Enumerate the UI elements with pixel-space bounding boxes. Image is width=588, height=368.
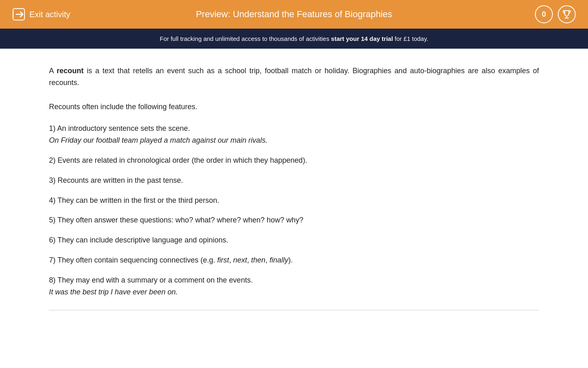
feature-item-4: 4) They can be written in the first or t… <box>49 195 539 206</box>
feature-8-content: They may end with a summary or a comment… <box>56 276 253 284</box>
feature-item-2: 2) Events are related in chronological o… <box>49 155 539 166</box>
feature-1-content: An introductory sentence sets the scene. <box>56 124 190 132</box>
feature-2-number: 2) <box>49 156 56 164</box>
feature-5-text: 5) They often answer these questions: wh… <box>49 214 539 226</box>
feature-7-comma1: , <box>229 256 233 264</box>
feature-1-italic: On Friday our football team played a mat… <box>49 135 539 146</box>
feature-5-content: They often answer these questions: who? … <box>56 216 303 224</box>
intro-bold-word: recount <box>57 67 84 75</box>
feature-7-number: 7) <box>49 256 56 264</box>
feature-6-content: They can include descriptive language an… <box>56 236 228 244</box>
feature-7-text: 7) They often contain sequencing connect… <box>49 254 539 266</box>
header-right: 0 <box>535 5 576 23</box>
feature-8-italic: It was the best trip I have ever been on… <box>49 286 539 298</box>
feature-item-5: 5) They often answer these questions: wh… <box>49 214 539 226</box>
intro-suffix: is a text that retells an event such as … <box>49 67 539 87</box>
feature-7-comma3: , <box>265 256 270 264</box>
feature-item-3: 3) Recounts are written in the past tens… <box>49 175 539 186</box>
intro-prefix: A <box>49 67 57 75</box>
feature-7-comma2: , <box>247 256 251 264</box>
feature-4-content: They can be written in the first or the … <box>56 196 219 204</box>
main-content: A recount is a text that retells an even… <box>0 49 588 327</box>
trophy-icon[interactable] <box>558 5 576 23</box>
feature-8-number: 8) <box>49 276 56 284</box>
feature-6-number: 6) <box>49 236 56 244</box>
banner-text-bold: start your 14 day trial <box>331 35 393 42</box>
promo-banner: For full tracking and unlimited access t… <box>0 29 588 49</box>
feature-4-text: 4) They can be written in the first or t… <box>49 195 539 206</box>
feature-7-close: ). <box>288 256 293 264</box>
feature-7-content: They often contain sequencing connective… <box>56 256 217 264</box>
feature-item-1: 1) An introductory sentence sets the sce… <box>49 123 539 146</box>
banner-text-before: For full tracking and unlimited access t… <box>160 35 331 42</box>
feature-6-text: 6) They can include descriptive language… <box>49 234 539 246</box>
feature-7-italic-next: next <box>233 256 247 264</box>
feature-7-italic-inline: first <box>217 256 229 264</box>
exit-label: Exit activity <box>29 10 70 19</box>
feature-5-number: 5) <box>49 216 56 224</box>
features-intro: Recounts often include the following fea… <box>49 101 539 113</box>
feature-item-6: 6) They can include descriptive language… <box>49 234 539 246</box>
feature-7-italic-finally: finally <box>270 256 288 264</box>
feature-3-text: 3) Recounts are written in the past tens… <box>49 175 539 186</box>
header: Exit activity Preview: Understand the Fe… <box>0 0 588 29</box>
feature-7-italic-then: then <box>251 256 265 264</box>
feature-4-number: 4) <box>49 196 56 204</box>
feature-3-content: Recounts are written in the past tense. <box>56 176 183 184</box>
header-title: Preview: Understand the Features of Biog… <box>196 9 392 20</box>
feature-item-7: 7) They often contain sequencing connect… <box>49 254 539 266</box>
feature-2-text: 2) Events are related in chronological o… <box>49 155 539 166</box>
intro-paragraph: A recount is a text that retells an even… <box>49 65 539 89</box>
feature-item-8: 8) They may end with a summary or a comm… <box>49 274 539 298</box>
banner-text-after: for £1 today. <box>393 35 428 42</box>
feature-1-text: 1) An introductory sentence sets the sce… <box>49 123 539 135</box>
feature-8-text: 8) They may end with a summary or a comm… <box>49 274 539 286</box>
exit-icon <box>12 8 25 21</box>
content-divider <box>49 310 539 310</box>
feature-3-number: 3) <box>49 176 56 184</box>
score-badge: 0 <box>535 5 553 23</box>
feature-2-content: Events are related in chronological orde… <box>56 156 307 164</box>
exit-activity-button[interactable]: Exit activity <box>12 8 70 21</box>
feature-1-number: 1) <box>49 124 56 132</box>
